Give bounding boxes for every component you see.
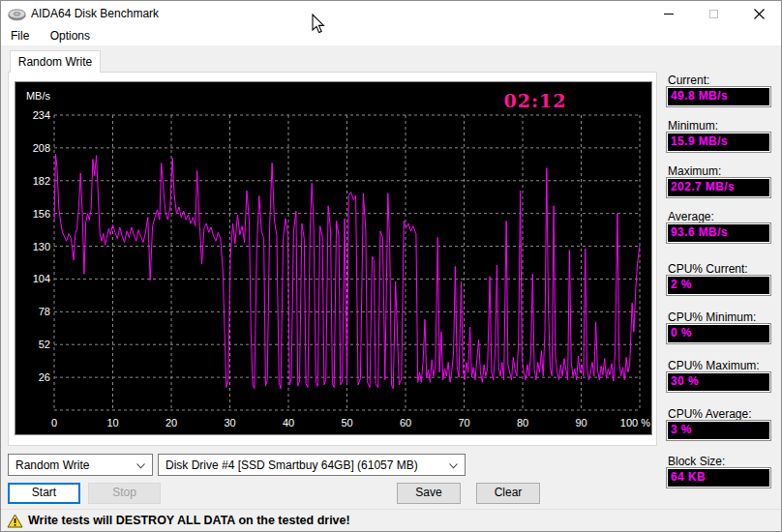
tab-random-write[interactable]: Random Write [10, 50, 101, 73]
menu-bar: File Options [1, 27, 781, 45]
elapsed-timer: 02:12 [504, 90, 567, 111]
start-button[interactable]: Start [8, 483, 80, 504]
minimize-button[interactable] [647, 1, 691, 27]
status-warning-text: Write tests will DESTROY ALL DATA on the… [28, 514, 350, 527]
stat-value-7: 3 % [668, 422, 769, 439]
x-tick-label: 50 [341, 417, 352, 429]
stat-label-2: Maximum: [668, 164, 721, 178]
stat-value-0: 49.8 MB/s [668, 88, 769, 105]
stat-value-box-5: 0 % [666, 323, 771, 344]
stat-value-box-2: 202.7 MB/s [666, 177, 771, 198]
y-tick-label: 234 [33, 109, 50, 121]
stat-value-box-6: 30 % [666, 371, 771, 393]
menu-file[interactable]: File [2, 27, 38, 45]
window-title: AIDA64 Disk Benchmark [31, 7, 159, 20]
stat-label-1: Minimum: [668, 119, 718, 133]
tab-label: Random Write [18, 55, 92, 69]
stat-value-box-0: 49.8 MB/s [666, 86, 771, 107]
x-tick-label: 40 [283, 417, 294, 429]
stat-label-7: CPU% Average: [668, 407, 752, 421]
stat-value-box-4: 2 % [666, 275, 771, 296]
x-tick-label: 60 [400, 417, 411, 429]
benchmark-series-line [54, 154, 640, 388]
test-type-value: Random Write [15, 458, 89, 472]
stat-value-box-3: 93.6 MB/s [666, 222, 771, 244]
benchmark-chart-svg: MB/s234208182156130104785226010203040506… [15, 82, 651, 434]
warning-icon [7, 514, 23, 528]
save-button[interactable]: Save [397, 483, 461, 504]
x-tick-label: 90 [575, 417, 586, 429]
stat-value-box-8: 64 KB [666, 467, 771, 488]
test-type-select[interactable]: Random Write [8, 454, 153, 476]
y-tick-label: 156 [33, 208, 50, 220]
stat-value-1: 15.9 MB/s [668, 133, 769, 151]
y-tick-label: 52 [39, 339, 50, 350]
tab-panel: MB/s234208182156130104785226010203040506… [8, 72, 657, 446]
drive-select-value: Disk Drive #4 [SSD Smartbuy 64GB] (61057… [165, 458, 418, 472]
y-tick-label: 208 [33, 142, 50, 154]
chevron-down-icon [449, 463, 458, 469]
y-tick-label: 104 [33, 273, 50, 284]
stat-value-4: 2 % [668, 277, 769, 294]
stat-label-0: Current: [668, 74, 709, 87]
close-button[interactable] [737, 1, 781, 27]
stop-button: Stop [88, 483, 161, 504]
y-axis-unit: MB/s [26, 90, 51, 102]
x-tick-label: 100 % [620, 417, 650, 429]
x-tick-label: 10 [106, 417, 118, 429]
stat-value-box-1: 15.9 MB/s [666, 132, 771, 153]
stat-label-5: CPU% Minimum: [668, 310, 756, 324]
app-disk-icon [8, 8, 26, 21]
maximize-button[interactable] [691, 1, 736, 27]
app-window: AIDA64 Disk Benchmark File Options Rando… [0, 0, 782, 532]
benchmark-chart: MB/s234208182156130104785226010203040506… [15, 81, 652, 435]
stat-value-box-7: 3 % [666, 420, 771, 441]
stat-value-2: 202.7 MB/s [668, 179, 769, 196]
stat-label-8: Block Size: [668, 455, 725, 468]
title-bar: AIDA64 Disk Benchmark [1, 1, 781, 27]
stat-label-6: CPU% Maximum: [668, 359, 760, 372]
y-tick-label: 26 [39, 371, 50, 383]
stat-value-5: 0 % [668, 325, 769, 342]
x-tick-label: 0 [51, 417, 57, 429]
menu-options[interactable]: Options [42, 27, 99, 45]
stat-label-3: Average: [668, 210, 714, 223]
x-tick-label: 20 [165, 417, 177, 429]
x-tick-label: 30 [224, 417, 235, 429]
x-tick-label: 70 [458, 417, 469, 429]
stat-value-6: 30 % [668, 373, 769, 391]
y-tick-label: 78 [39, 306, 50, 317]
stat-value-3: 93.6 MB/s [668, 224, 769, 242]
status-bar: Write tests will DESTROY ALL DATA on the… [1, 509, 781, 531]
stat-label-4: CPU% Current: [668, 262, 748, 276]
x-tick-label: 80 [517, 417, 528, 429]
stat-value-8: 64 KB [668, 469, 769, 487]
mouse-cursor [312, 14, 326, 34]
drive-select[interactable]: Disk Drive #4 [SSD Smartbuy 64GB] (61057… [158, 454, 466, 476]
close-icon [754, 9, 765, 19]
maximize-icon [709, 10, 718, 18]
minimize-icon [664, 14, 674, 15]
clear-button[interactable]: Clear [476, 483, 540, 504]
y-tick-label: 182 [33, 175, 50, 187]
chevron-down-icon [136, 463, 145, 469]
y-tick-label: 130 [33, 241, 50, 252]
